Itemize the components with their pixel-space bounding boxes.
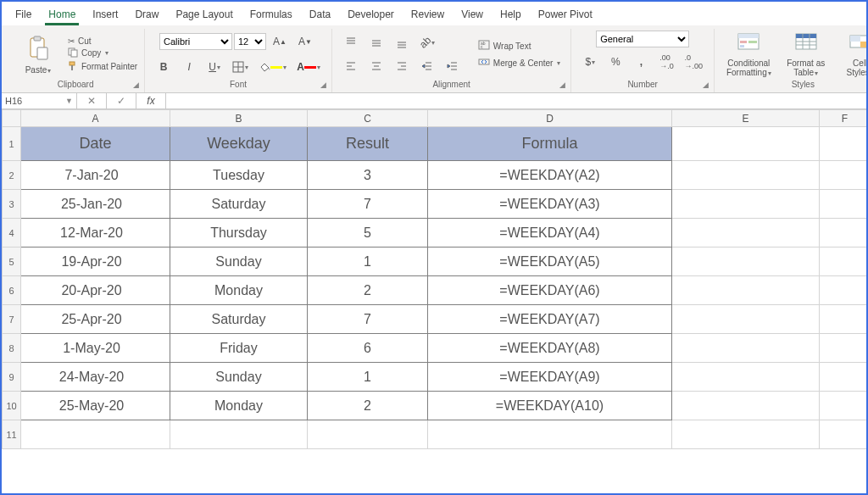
- conditional-formatting-button[interactable]: ConditionalFormatting▾: [721, 31, 776, 78]
- tab-insert[interactable]: Insert: [84, 5, 126, 25]
- increase-font-button[interactable]: A▲: [268, 31, 292, 53]
- align-left-button[interactable]: [339, 55, 363, 77]
- align-right-button[interactable]: [390, 55, 414, 77]
- tab-review[interactable]: Review: [403, 5, 453, 25]
- tab-file[interactable]: File: [7, 5, 40, 25]
- align-top-button[interactable]: [339, 31, 363, 53]
- cell-D2[interactable]: =WEEKDAY(A2): [428, 161, 672, 190]
- bold-button[interactable]: B: [152, 56, 175, 78]
- tab-data[interactable]: Data: [301, 5, 339, 25]
- cell-A8[interactable]: 1-May-20: [21, 334, 170, 363]
- dialog-launcher-icon[interactable]: ◢: [559, 81, 565, 89]
- cell-A10[interactable]: 25-May-20: [21, 392, 170, 420]
- row-header-2[interactable]: 2: [3, 161, 21, 190]
- cell-B3[interactable]: Saturday: [170, 190, 308, 219]
- row-header-3[interactable]: 3: [3, 190, 21, 219]
- cell-styles-button[interactable]: CellStyles▾: [836, 31, 868, 78]
- tab-home[interactable]: Home: [40, 5, 84, 25]
- align-bottom-button[interactable]: [390, 31, 414, 53]
- merge-center-button[interactable]: Merge & Center▾: [475, 55, 565, 70]
- cancel-formula-button[interactable]: ✕: [77, 93, 107, 108]
- cell-D4[interactable]: =WEEKDAY(A4): [428, 219, 672, 248]
- cell-C2[interactable]: 3: [308, 161, 428, 190]
- cut-button[interactable]: ✂ Cut: [68, 36, 137, 46]
- cell-D6[interactable]: =WEEKDAY(A6): [428, 276, 672, 305]
- cell-B7[interactable]: Saturday: [170, 305, 308, 334]
- orientation-button[interactable]: ab▾: [415, 31, 439, 53]
- decrease-decimal-button[interactable]: .0→.00: [680, 51, 707, 73]
- dialog-launcher-icon[interactable]: ◢: [320, 81, 326, 89]
- tab-help[interactable]: Help: [492, 5, 530, 25]
- tab-formulas[interactable]: Formulas: [242, 5, 301, 25]
- worksheet-grid[interactable]: A B C D E F 1DateWeekdayResultFormula27-…: [2, 109, 866, 493]
- cell-E11[interactable]: [672, 420, 820, 449]
- cell-E4[interactable]: [672, 219, 820, 248]
- cell-B11[interactable]: [170, 420, 308, 449]
- cell-A6[interactable]: 20-Apr-20: [21, 276, 170, 305]
- tab-power-pivot[interactable]: Power Pivot: [530, 5, 601, 25]
- cell-A9[interactable]: 24-May-20: [21, 363, 170, 392]
- tab-draw[interactable]: Draw: [126, 5, 167, 25]
- percent-format-button[interactable]: %: [604, 51, 627, 73]
- cell-B4[interactable]: Thursday: [170, 219, 308, 248]
- cell-B5[interactable]: Sunday: [170, 248, 308, 276]
- row-header-9[interactable]: 9: [3, 363, 21, 392]
- col-header-E[interactable]: E: [672, 110, 820, 127]
- insert-function-button[interactable]: fx: [136, 93, 166, 108]
- cell-F7[interactable]: [820, 305, 867, 334]
- tab-view[interactable]: View: [453, 5, 492, 25]
- cell-F4[interactable]: [820, 219, 867, 248]
- cell-B10[interactable]: Monday: [170, 392, 308, 420]
- align-middle-button[interactable]: [364, 31, 388, 53]
- cell-A4[interactable]: 12-Mar-20: [21, 219, 170, 248]
- increase-decimal-button[interactable]: .00→.0: [654, 51, 678, 73]
- cell-F6[interactable]: [820, 276, 867, 305]
- cell-A11[interactable]: [21, 420, 170, 449]
- cell-E10[interactable]: [672, 392, 820, 420]
- decrease-indent-button[interactable]: [415, 55, 439, 77]
- copy-button[interactable]: Copy▾: [68, 47, 137, 59]
- col-header-B[interactable]: B: [170, 110, 308, 127]
- row-header-7[interactable]: 7: [3, 305, 21, 334]
- cell-B1[interactable]: Weekday: [170, 127, 308, 161]
- align-center-button[interactable]: [364, 55, 388, 77]
- dialog-launcher-icon[interactable]: ◢: [133, 81, 139, 89]
- cell-D3[interactable]: =WEEKDAY(A3): [428, 190, 672, 219]
- row-header-11[interactable]: 11: [3, 420, 21, 449]
- cell-D8[interactable]: =WEEKDAY(A8): [428, 334, 672, 363]
- cell-A7[interactable]: 25-Apr-20: [21, 305, 170, 334]
- cell-A3[interactable]: 25-Jan-20: [21, 190, 170, 219]
- cell-C10[interactable]: 2: [308, 392, 428, 420]
- cell-E2[interactable]: [672, 161, 820, 190]
- cell-D10[interactable]: =WEEKDAY(A10): [428, 392, 672, 420]
- cell-B6[interactable]: Monday: [170, 276, 308, 305]
- cell-F5[interactable]: [820, 248, 867, 276]
- row-header-5[interactable]: 5: [3, 248, 21, 276]
- tab-page-layout[interactable]: Page Layout: [167, 5, 241, 25]
- wrap-text-button[interactable]: abc Wrap Text: [475, 38, 565, 53]
- select-all-corner[interactable]: [3, 110, 21, 127]
- cell-E7[interactable]: [672, 305, 820, 334]
- accounting-format-button[interactable]: $▾: [578, 51, 602, 73]
- cell-D9[interactable]: =WEEKDAY(A9): [428, 363, 672, 392]
- cell-C5[interactable]: 1: [308, 248, 428, 276]
- paste-button[interactable]: Paste▾: [14, 34, 63, 75]
- cell-C9[interactable]: 1: [308, 363, 428, 392]
- col-header-C[interactable]: C: [308, 110, 428, 127]
- cell-A1[interactable]: Date: [21, 127, 170, 161]
- col-header-D[interactable]: D: [428, 110, 672, 127]
- cell-D11[interactable]: [428, 420, 672, 449]
- underline-button[interactable]: U▾: [203, 56, 226, 78]
- cell-B2[interactable]: Tuesday: [170, 161, 308, 190]
- col-header-F[interactable]: F: [820, 110, 867, 127]
- cell-B8[interactable]: Friday: [170, 334, 308, 363]
- enter-formula-button[interactable]: ✓: [107, 93, 136, 108]
- row-header-4[interactable]: 4: [3, 219, 21, 248]
- decrease-font-button[interactable]: A▼: [293, 31, 317, 53]
- format-as-table-button[interactable]: Format asTable▾: [782, 31, 831, 78]
- cell-C3[interactable]: 7: [308, 190, 428, 219]
- font-size-select[interactable]: 12: [234, 33, 266, 50]
- name-box[interactable]: H16 ▼: [2, 93, 77, 108]
- cell-C8[interactable]: 6: [308, 334, 428, 363]
- col-header-A[interactable]: A: [21, 110, 170, 127]
